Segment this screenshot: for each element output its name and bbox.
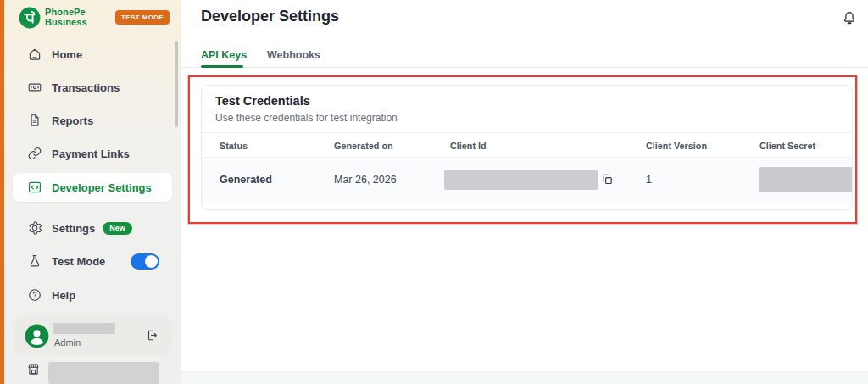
logout-icon[interactable] — [144, 328, 159, 342]
tab-webhooks[interactable]: Webhooks — [267, 49, 320, 61]
sidebar-item-label: Reports — [52, 114, 93, 127]
sidebar-item-label: Developer Settings — [52, 181, 152, 194]
tab-api-keys[interactable]: API Keys — [201, 49, 247, 61]
storefront-icon — [26, 362, 41, 376]
sidebar-item-test-mode[interactable]: Test Mode — [13, 247, 172, 275]
test-mode-badge: TEST MODE — [115, 10, 170, 25]
sidebar-item-label: Home — [52, 48, 82, 61]
brand-name-line2: Business — [45, 17, 87, 27]
sidebar-main-divider — [181, 0, 181, 384]
sidebar-item-payment-links[interactable]: Payment Links — [13, 139, 172, 168]
question-icon — [27, 287, 42, 303]
link-icon — [27, 146, 42, 161]
phonepe-logo-icon — [19, 7, 41, 29]
sidebar-item-label: Settings — [52, 222, 95, 235]
new-badge: New — [103, 222, 132, 235]
store-name-redacted — [48, 362, 159, 384]
profile-name-redacted — [53, 323, 115, 334]
store-selector[interactable] — [13, 359, 172, 384]
avatar — [25, 324, 49, 348]
active-tab-underline — [201, 65, 243, 68]
app-root: PhonePe Business TEST MODE Home — [0, 0, 868, 384]
sidebar-item-home[interactable]: Home — [13, 40, 172, 69]
sidebar-item-reports[interactable]: Reports — [13, 106, 172, 135]
report-document-icon — [27, 113, 42, 128]
brand-header: PhonePe Business TEST MODE — [4, 0, 181, 36]
gear-icon — [27, 220, 42, 236]
main-content: Developer Settings API Keys Webhooks Tes… — [181, 0, 868, 384]
flask-icon — [27, 253, 42, 269]
sidebar-item-help[interactable]: Help — [13, 281, 172, 309]
red-annotation-rectangle — [188, 75, 857, 224]
profile-role: Admin — [54, 337, 81, 348]
sidebar-item-label: Test Mode — [52, 255, 105, 268]
footer-strip — [181, 371, 868, 384]
sidebar-item-developer-settings[interactable]: Developer Settings — [13, 173, 172, 202]
sidebar-item-settings[interactable]: Settings New — [13, 214, 172, 242]
sidebar-scrollbar[interactable] — [175, 41, 178, 127]
profile-card[interactable]: Admin — [13, 316, 172, 356]
sidebar-item-label: Transactions — [52, 81, 120, 94]
brand-name-line1: PhonePe — [45, 7, 87, 17]
tabbar-divider — [181, 67, 868, 68]
home-icon — [27, 47, 42, 62]
sidebar-item-label: Payment Links — [52, 147, 130, 160]
test-mode-toggle[interactable] — [131, 253, 159, 270]
sidebar: PhonePe Business TEST MODE Home — [4, 0, 181, 384]
page-title: Developer Settings — [201, 8, 339, 25]
code-icon — [27, 180, 42, 195]
banknote-icon — [27, 80, 42, 95]
toggle-knob — [145, 255, 158, 268]
sidebar-item-label: Help — [52, 289, 75, 302]
sidebar-item-transactions[interactable]: Transactions — [13, 73, 172, 102]
notifications-bell-icon[interactable] — [841, 9, 858, 27]
